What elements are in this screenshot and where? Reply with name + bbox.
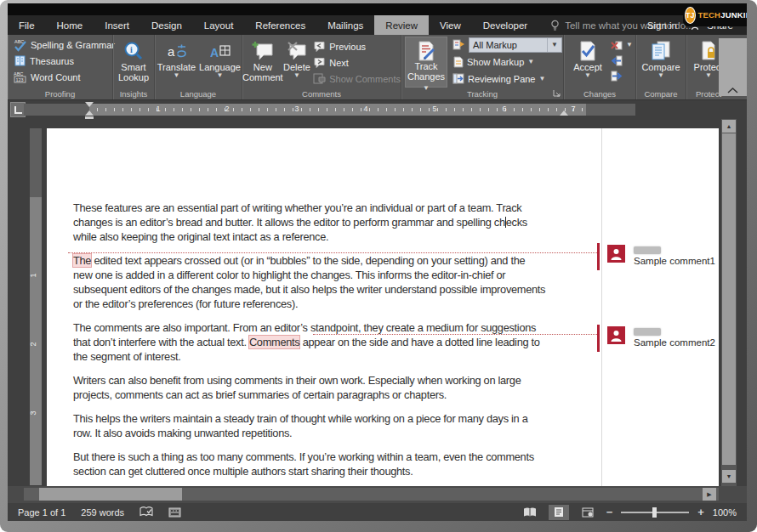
show-markup-caret: ▼ xyxy=(527,59,534,65)
previous-comment-button[interactable]: Previous xyxy=(310,38,401,54)
scroll-right-button[interactable]: ▶ xyxy=(703,488,716,501)
thesaurus-book-icon xyxy=(14,54,26,67)
next-comment-icon xyxy=(313,57,326,68)
group-proofing: ABC Spelling & Grammar Thesaurus ABC123 … xyxy=(8,35,113,99)
paragraph: Writers can also benefit from using comm… xyxy=(73,373,562,402)
tab-home[interactable]: Home xyxy=(46,15,94,35)
vertical-scrollbar-thumb[interactable] xyxy=(722,133,736,465)
group-compare: Compare ▼ Compare xyxy=(636,35,686,99)
lightbulb-icon xyxy=(550,20,560,31)
print-layout-button[interactable] xyxy=(549,505,569,520)
new-comment-icon xyxy=(252,40,274,62)
combobox-caret: ▼ xyxy=(547,38,561,52)
group-label-tracking: Tracking xyxy=(401,89,563,99)
ruler-top-margin xyxy=(30,128,42,197)
tab-design[interactable]: Design xyxy=(140,15,193,35)
comment-leader-line-1 xyxy=(68,252,599,253)
collapse-ribbon-button[interactable] xyxy=(727,88,738,93)
previous-change-button[interactable] xyxy=(608,54,633,67)
svg-text:ABC: ABC xyxy=(14,39,24,44)
tab-mailings[interactable]: Mailings xyxy=(316,15,374,35)
reject-button[interactable]: ▼ xyxy=(608,38,633,52)
comment-author-avatar[interactable] xyxy=(607,245,625,263)
delete-dropdown-caret: ▼ xyxy=(293,72,300,79)
accept-icon xyxy=(578,40,597,62)
group-label-comments: Comments xyxy=(242,89,401,99)
comment-anchor-2[interactable]: Comments xyxy=(248,335,300,349)
tab-insert[interactable]: Insert xyxy=(94,15,140,35)
techjunkie-logo: TJ TECHJUNKIE xyxy=(683,3,747,26)
text-line: row. It also avoids making unwanted repe… xyxy=(73,426,562,440)
comment-anchor-1[interactable]: The xyxy=(72,253,92,268)
first-line-indent-marker[interactable] xyxy=(85,102,94,107)
comment-change-bar-2 xyxy=(597,325,600,352)
track-changes-button[interactable]: Track Changes ▼ xyxy=(405,37,447,88)
macro-recording-icon[interactable] xyxy=(168,507,181,518)
smart-lookup-button[interactable]: i Smart Lookup xyxy=(113,37,154,88)
language-button[interactable]: A Language ▼ xyxy=(198,37,242,88)
horizontal-ruler[interactable]: 1 2 3 4 5 6 7 xyxy=(24,104,635,116)
text-line: changes is an editor’s bread and butter.… xyxy=(73,215,562,229)
group-comments: New Comment Delete ▼ Previous Next xyxy=(242,35,401,99)
display-for-review-combobox[interactable]: All Markup▼ xyxy=(469,37,562,53)
ruler-number: 1 xyxy=(154,105,162,113)
group-tracking: Track Changes ▼ All Markup▼ Show Markup … xyxy=(401,35,564,99)
zoom-out-button[interactable]: − xyxy=(606,506,613,518)
delete-comment-button[interactable]: Delete ▼ xyxy=(283,37,311,88)
zoom-slider[interactable] xyxy=(621,505,689,520)
zoom-level[interactable]: 100% xyxy=(713,507,737,518)
proofing-status-icon[interactable] xyxy=(139,507,153,518)
zoom-slider-handle[interactable] xyxy=(652,507,657,518)
status-bar: Page 1 of 1 259 words − + 100% xyxy=(8,503,747,521)
next-change-button[interactable] xyxy=(608,69,633,82)
right-indent-marker[interactable] xyxy=(560,110,568,116)
spelling-grammar-button[interactable]: ABC Spelling & Grammar xyxy=(11,37,112,53)
group-label-compare: Compare xyxy=(636,89,686,99)
reject-icon xyxy=(611,40,623,51)
document-page[interactable]: These features are an essential part of … xyxy=(47,128,719,486)
horizontal-scrollbar-track[interactable] xyxy=(24,488,719,501)
comment-text[interactable]: Sample comment2 xyxy=(634,337,715,348)
comment-text[interactable]: Sample comment1 xyxy=(634,256,715,266)
page-indicator[interactable]: Page 1 of 1 xyxy=(18,507,65,518)
new-comment-button[interactable]: New Comment xyxy=(242,37,283,88)
tab-layout[interactable]: Layout xyxy=(193,15,245,35)
word-count-button[interactable]: ABC123 Word Count xyxy=(11,69,112,85)
text-line: or the editor’s preferences (for future … xyxy=(73,297,562,311)
text-line: new one is added in a different color to… xyxy=(73,268,562,282)
web-layout-button[interactable] xyxy=(578,505,598,520)
show-markup-icon xyxy=(452,56,464,68)
zoom-in-button[interactable]: + xyxy=(697,506,704,518)
show-comments-button[interactable]: Show Comments xyxy=(310,71,401,87)
sign-in-button[interactable]: Sign in xyxy=(647,15,677,35)
translate-button[interactable]: a Translate ▼ xyxy=(155,37,198,88)
reviewing-pane-button[interactable]: Reviewing Pane ▼ xyxy=(452,71,562,86)
thesaurus-button[interactable]: Thesaurus xyxy=(11,53,112,69)
scroll-down-button[interactable]: ▼ xyxy=(722,470,736,483)
tab-view[interactable]: View xyxy=(429,15,472,35)
tab-developer[interactable]: Developer xyxy=(472,15,538,35)
tab-file[interactable]: File xyxy=(8,15,46,35)
group-insights: i Smart Lookup Insights xyxy=(113,35,155,99)
word-count-indicator[interactable]: 259 words xyxy=(81,507,124,518)
accept-button[interactable]: Accept ▼ xyxy=(567,37,608,88)
horizontal-scrollbar-thumb[interactable] xyxy=(39,488,182,501)
tab-references[interactable]: References xyxy=(244,15,316,35)
ruler-number: 3 xyxy=(29,410,37,415)
read-mode-button[interactable] xyxy=(520,505,540,520)
ruler-number: 5 xyxy=(430,105,439,113)
compare-button[interactable]: Compare ▼ xyxy=(636,37,686,88)
horizontal-scrollbar[interactable]: ◀ ▶ xyxy=(8,486,747,503)
tab-review[interactable]: Review xyxy=(374,15,429,35)
text-line: while also keeping the original text int… xyxy=(73,229,562,244)
show-markup-button[interactable]: Show Markup ▼ xyxy=(452,54,562,69)
accept-caret: ▼ xyxy=(584,72,591,79)
vertical-scrollbar[interactable]: ▲ ▼ xyxy=(721,119,737,486)
comment-author-avatar[interactable] xyxy=(607,326,625,344)
scroll-up-button[interactable]: ▲ xyxy=(722,120,736,133)
next-comment-button[interactable]: Next xyxy=(310,54,401,71)
group-label-proofing: Proofing xyxy=(8,89,112,99)
techjunkie-wordmark: TECHJUNKIE xyxy=(698,10,747,20)
show-comments-icon xyxy=(313,73,326,84)
vertical-ruler[interactable]: 1 2 3 xyxy=(30,128,42,485)
